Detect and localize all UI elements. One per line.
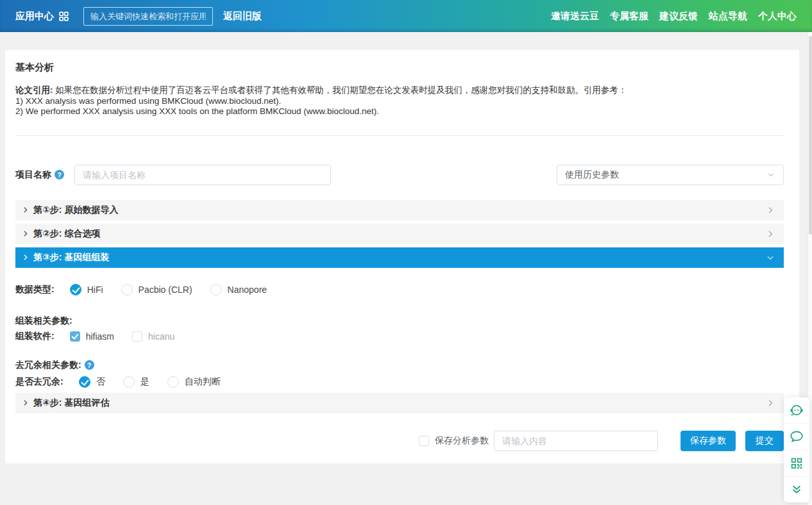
radio-hifi-label: HiFi [87,285,103,295]
page-title: 基本分析 [15,50,784,74]
radio-nanopore-label: Nanopore [228,285,267,295]
project-name-label: 项目名称 [15,169,51,181]
dedup-options: 否 是 自动判断 [79,376,239,388]
app-viewport: 应用中心 返回旧版 邀请送云豆 专属客服 建议反馈 站点导航 个人中心 基本分析… [0,0,812,505]
radio-dedup-yes[interactable]: 是 [123,376,149,388]
step-2-label: 第②步: 综合选项 [33,228,100,240]
citation-block: 论文引用: 如果您在数据分析过程中使用了百迈客云平台或者获得了其他有效帮助，我们… [15,85,784,117]
save-params-checkbox-label: 保存分析参数 [435,435,489,447]
header-nav: 邀请送云豆 专属客服 建议反馈 站点导航 个人中心 [551,10,797,22]
submit-button[interactable]: 提交 [745,431,784,451]
data-type-label: 数据类型: [15,284,55,295]
nav-invite-beans[interactable]: 邀请送云豆 [551,10,599,22]
brand-title: 应用中心 [15,10,54,22]
radio-dedup-yes-label: 是 [140,376,149,388]
nav-personal-center[interactable]: 个人中心 [758,10,797,22]
nav-site-map[interactable]: 站点导航 [709,10,747,22]
step-4-label: 第④步: 基因组评估 [33,397,109,409]
dedup-label: 是否去冗余: [15,376,63,388]
radio-checked-icon [79,376,90,388]
radio-dedup-no-label: 否 [96,376,105,388]
app-center-brand[interactable]: 应用中心 [15,10,69,22]
data-type-row: 数据类型: HiFi Pacbio (CLR) Nanopore [15,284,784,295]
assembly-params-title-row: 组装相关参数: [15,315,784,327]
step-1-header[interactable]: 第①步: 原始数据导入 [15,200,784,220]
checkbox-checked-icon [70,331,80,342]
chat-icon[interactable] [784,423,809,449]
radio-unchecked-icon [123,376,135,388]
checkbox-hicanu[interactable]: hicanu [132,331,174,342]
checkbox-hifiasm-label: hifiasm [86,331,114,342]
history-params-select[interactable]: 使用历史参数 [557,165,784,185]
assembly-panel: 数据类型: HiFi Pacbio (CLR) Nanopore [15,284,784,388]
analysis-card: 基本分析 论文引用: 如果您在数据分析过程中使用了百迈客云平台或者获得了其他有效… [5,50,799,463]
scrollbar-thumb[interactable] [809,36,812,235]
chevron-right-icon [21,229,30,238]
chevron-right-icon [21,253,30,261]
radio-unchecked-icon [167,376,179,388]
radio-unchecked-icon [121,284,133,295]
software-row: 组装软件: hifiasm hicanu [15,331,784,342]
radio-pacbio-label: Pacbio (CLR) [139,285,192,295]
assembly-params-label: 组装相关参数: [15,315,72,327]
radio-checked-icon [70,284,81,295]
dedup-help-icon[interactable] [85,360,94,370]
chevron-right-icon [21,206,30,214]
chevron-down-icon [766,253,775,262]
divider [15,135,784,136]
step-1-label: 第①步: 原始数据导入 [33,204,118,216]
radio-dedup-auto[interactable]: 自动判断 [167,376,221,388]
radio-unchecked-icon [210,284,222,295]
step-2-header[interactable]: 第②步: 综合选项 [15,224,784,244]
save-params-button[interactable]: 保存参数 [681,431,736,451]
radio-dedup-no[interactable]: 否 [79,376,105,388]
project-name-input[interactable] [74,165,331,185]
citation-text: 如果您在数据分析过程中使用了百迈客云平台或者获得了其他有效帮助，我们期望您在论文… [53,85,627,95]
back-old-version-link[interactable]: 返回旧版 [223,10,262,22]
steps-accordion: 第①步: 原始数据导入 第②步: 综合选项 第③ [15,200,784,413]
data-type-options: HiFi Pacbio (CLR) Nanopore [70,284,285,295]
floating-toolbar [784,397,809,502]
checkbox-unchecked-icon [132,331,142,342]
citation-line-1: 1) XXX analysis was performed using BMKC… [15,96,784,107]
customer-service-icon[interactable] [784,397,809,423]
citation-intro: 论文引用: 如果您在数据分析过程中使用了百迈客云平台或者获得了其他有效帮助，我们… [15,85,784,96]
header-search-input[interactable] [83,7,213,26]
checkbox-hicanu-label: hicanu [148,331,174,342]
project-name-row: 项目名称 使用历史参数 [15,165,784,185]
nav-dedicated-support[interactable]: 专属客服 [610,10,648,22]
chevron-right-icon [766,229,775,238]
radio-dedup-auto-label: 自动判断 [185,376,221,388]
software-options: hifiasm hicanu [70,331,193,342]
step-3-header[interactable]: 第③步: 基因组组装 [15,247,784,268]
step-4-header[interactable]: 第④步: 基因组评估 [15,393,784,413]
radio-hifi[interactable]: HiFi [70,284,103,295]
citation-label: 论文引用: [15,85,53,95]
collapse-down-icon[interactable] [784,476,809,502]
project-help-icon[interactable] [55,170,64,179]
chevron-right-icon [766,399,775,408]
chevron-right-icon [766,206,775,215]
radio-nanopore[interactable]: Nanopore [210,284,267,295]
save-params-checkbox[interactable] [419,436,429,446]
chevron-right-icon [21,399,30,407]
citation-line-2: 2) We performed XXX analysis using XXX t… [15,106,784,117]
header-search [83,7,213,26]
dedup-params-title-row: 去冗余相关参数: [15,360,784,371]
checkbox-hifiasm[interactable]: hifiasm [70,331,114,342]
radio-pacbio-clr[interactable]: Pacbio (CLR) [121,284,192,295]
chevron-down-icon [766,170,775,179]
history-params-value: 使用历史参数 [565,169,619,181]
nav-feedback[interactable]: 建议反馈 [659,10,698,22]
qr-code-icon[interactable] [784,450,809,476]
apps-grid-icon [58,11,69,22]
dedup-params-label: 去冗余相关参数: [15,360,81,371]
footer-actions-row: 保存分析参数 保存参数 提交 [15,431,784,451]
save-params-name-input[interactable] [494,431,658,451]
software-label: 组装软件: [15,331,55,342]
top-header: 应用中心 返回旧版 邀请送云豆 专属客服 建议反馈 站点导航 个人中心 [0,0,812,32]
step-3-label: 第③步: 基因组组装 [33,252,109,263]
dedup-row: 是否去冗余: 否 是 自动判断 [15,376,784,388]
